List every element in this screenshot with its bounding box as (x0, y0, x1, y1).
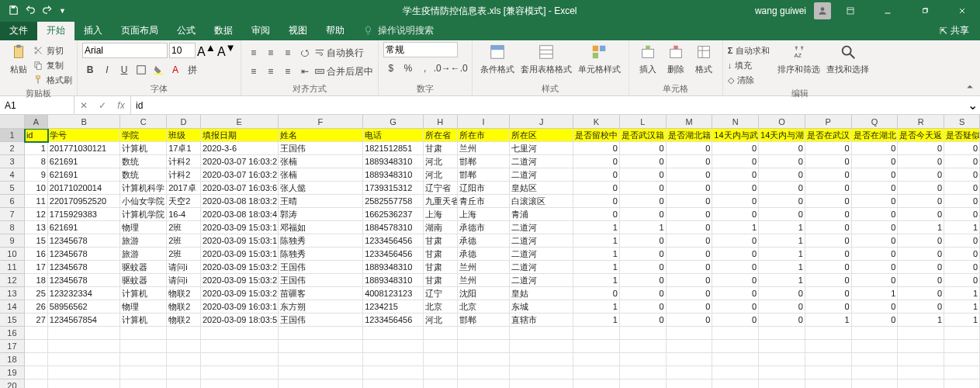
data-cell[interactable]: 二道河 (510, 248, 573, 261)
header-cell[interactable]: 学号 (48, 129, 121, 142)
data-cell[interactable]: 58956562 (48, 300, 121, 314)
row-header[interactable]: 18 (0, 353, 25, 366)
data-cell[interactable] (805, 379, 852, 388)
data-cell[interactable]: 兰州 (458, 142, 511, 155)
data-cell[interactable]: 0 (759, 195, 805, 208)
data-cell[interactable]: 物联2 (167, 287, 201, 300)
data-cell[interactable]: 25 (25, 287, 48, 300)
data-cell[interactable]: 17卓1 (167, 142, 201, 155)
data-cell[interactable] (759, 379, 805, 388)
header-cell[interactable]: 所在区 (510, 129, 573, 142)
data-cell[interactable]: 621691 (48, 221, 121, 234)
data-cell[interactable]: 1233456456 (363, 248, 424, 261)
data-cell[interactable] (424, 353, 458, 366)
data-cell[interactable] (510, 366, 573, 379)
data-cell[interactable]: 物联2 (167, 314, 201, 327)
align-middle-icon[interactable]: ≡ (263, 45, 279, 61)
data-cell[interactable]: 王国伟 (279, 261, 364, 274)
data-cell[interactable]: 4008123123 (363, 287, 424, 300)
data-cell[interactable]: 1 (852, 287, 899, 300)
data-cell[interactable] (805, 340, 852, 353)
data-cell[interactable]: 8 (25, 155, 48, 168)
data-cell[interactable]: 0 (620, 208, 667, 221)
data-cell[interactable]: 0 (944, 155, 980, 168)
data-cell[interactable] (573, 353, 620, 366)
data-cell[interactable]: 0 (620, 287, 667, 300)
tab-review[interactable]: 审阅 (242, 21, 279, 40)
data-cell[interactable] (458, 353, 511, 366)
data-cell[interactable]: 计算机 (120, 314, 167, 327)
data-cell[interactable]: 2020-03-09 15:03:1 (201, 234, 279, 248)
data-cell[interactable]: 1889348310 (363, 261, 424, 274)
data-cell[interactable]: 物理 (120, 221, 167, 234)
column-header[interactable]: P (805, 115, 852, 128)
data-cell[interactable]: 物理 (120, 300, 167, 314)
tab-home[interactable]: 开始 (37, 21, 74, 40)
column-header[interactable]: E (201, 115, 279, 128)
column-header[interactable]: F (279, 115, 364, 128)
data-cell[interactable]: 0 (898, 208, 944, 221)
data-cell[interactable]: 0 (944, 142, 980, 155)
data-cell[interactable]: 0 (898, 155, 944, 168)
data-cell[interactable]: 0 (759, 287, 805, 300)
data-cell[interactable]: 请问i (167, 261, 201, 274)
data-cell[interactable]: 七里河 (510, 142, 573, 155)
data-cell[interactable]: 0 (759, 300, 805, 314)
data-cell[interactable]: 1889348310 (363, 155, 424, 168)
data-cell[interactable]: 0 (852, 300, 899, 314)
header-cell[interactable]: 是否留校中 (573, 129, 620, 142)
data-cell[interactable]: 2020-03-07 16:03:2 (201, 168, 279, 182)
minimize-icon[interactable] (870, 0, 906, 22)
align-top-icon[interactable]: ≡ (246, 45, 261, 61)
data-cell[interactable]: 0 (898, 287, 944, 300)
data-cell[interactable]: 辽宁省 (424, 182, 458, 195)
data-cell[interactable] (201, 340, 279, 353)
data-cell[interactable]: 0 (573, 208, 620, 221)
header-cell[interactable]: 班级 (167, 129, 201, 142)
wrap-text-button[interactable]: 自动换行 (314, 45, 364, 61)
header-cell[interactable]: 姓名 (279, 129, 364, 142)
data-cell[interactable]: 2020-03-09 15:03:1 (201, 248, 279, 261)
data-cell[interactable] (201, 379, 279, 388)
data-cell[interactable]: 0 (712, 287, 759, 300)
column-header[interactable]: O (759, 115, 805, 128)
data-cell[interactable] (944, 327, 980, 340)
data-cell[interactable]: 12345678 (48, 234, 121, 248)
tab-help[interactable]: 帮助 (317, 21, 354, 40)
data-cell[interactable] (852, 366, 899, 379)
comma-icon[interactable]: , (417, 61, 433, 76)
data-cell[interactable]: 2017卓 (167, 182, 201, 195)
row-header[interactable]: 16 (0, 327, 25, 340)
data-cell[interactable]: 1 (759, 261, 805, 274)
data-cell[interactable]: 0 (667, 208, 713, 221)
data-cell[interactable] (424, 366, 458, 379)
data-cell[interactable]: 2班 (167, 248, 201, 261)
data-cell[interactable]: 1 (573, 248, 620, 261)
data-cell[interactable]: 0 (944, 261, 980, 274)
undo-icon[interactable] (25, 5, 36, 18)
phonetic-button[interactable]: 拼 (185, 62, 200, 78)
column-header[interactable]: R (898, 115, 944, 128)
data-cell[interactable]: 邓福如 (279, 221, 364, 234)
data-cell[interactable]: 0 (805, 182, 852, 195)
data-cell[interactable]: 20171020014 (48, 182, 121, 195)
increase-font-icon[interactable]: A▲ (197, 42, 216, 59)
format-cells-button[interactable]: 格式 (690, 42, 718, 75)
data-cell[interactable] (620, 379, 667, 388)
data-cell[interactable] (510, 327, 573, 340)
row-header[interactable]: 13 (0, 287, 25, 300)
data-cell[interactable] (620, 366, 667, 379)
data-cell[interactable]: 北京 (458, 300, 511, 314)
data-cell[interactable]: 0 (944, 195, 980, 208)
data-cell[interactable]: 二道河 (510, 221, 573, 234)
data-cell[interactable]: 0 (759, 168, 805, 182)
data-cell[interactable]: 0 (852, 274, 899, 287)
border-button[interactable] (133, 62, 149, 78)
row-header[interactable]: 8 (0, 221, 25, 234)
cell-styles-button[interactable]: 单元格样式 (575, 42, 624, 75)
autosum-button[interactable]: Σ自动求和 (728, 43, 770, 57)
data-cell[interactable]: 计算机学院 (120, 208, 167, 221)
data-cell[interactable]: 湖南 (424, 221, 458, 234)
data-cell[interactable]: 0 (712, 195, 759, 208)
data-cell[interactable]: 0 (759, 142, 805, 155)
